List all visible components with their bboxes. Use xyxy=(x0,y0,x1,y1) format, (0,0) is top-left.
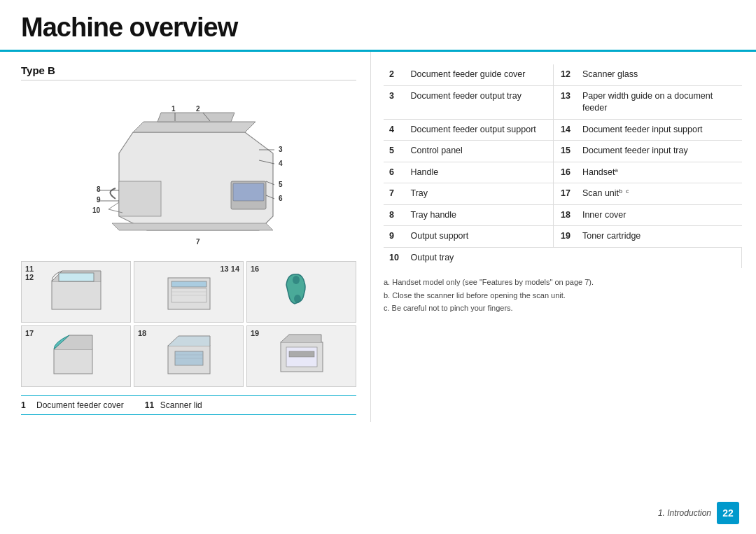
svg-text:9: 9 xyxy=(97,196,101,204)
table-row-1: 2 Document feeder guide cover 12 Scanner… xyxy=(384,64,742,85)
thumb-num-18: 18 xyxy=(138,329,146,337)
svg-rect-26 xyxy=(172,281,206,287)
machine-svg: 1 2 3 4 5 6 7 10 9 8 xyxy=(77,90,301,244)
page-footer: 1. Introduction 22 xyxy=(658,502,739,524)
caption-num-1: 1 xyxy=(21,400,31,410)
table-row-6: 7 Tray 17 Scan unitᵇ ᶜ xyxy=(384,183,742,205)
row-num1-5: 7 xyxy=(384,183,405,205)
svg-text:4: 4 xyxy=(279,160,283,167)
caption-item-11: 11 Scanner lid xyxy=(145,400,202,410)
svg-point-30 xyxy=(293,276,300,284)
row-num1-3: 5 xyxy=(384,141,405,162)
row-num2-0: 12 xyxy=(553,64,576,85)
row-num1-2: 4 xyxy=(384,119,405,141)
row-num1-4: 6 xyxy=(384,162,405,183)
table-row-8: 9 Output support 19 Toner cartridge xyxy=(384,226,742,248)
svg-rect-2 xyxy=(233,183,264,201)
svg-text:5: 5 xyxy=(279,181,283,188)
title-bar: Machine overview xyxy=(0,0,756,52)
row-label1-4: Handle xyxy=(405,162,554,183)
svg-rect-32 xyxy=(54,349,92,374)
thumb-num-11: 1112 xyxy=(25,265,34,281)
row-label1-0: Document feeder guide cover xyxy=(405,64,554,85)
row-label2-4: Handsetᵃ xyxy=(577,162,742,183)
row-num1-6: 8 xyxy=(384,204,405,226)
row-label1-1: Document feeder output tray xyxy=(405,85,554,119)
svg-text:6: 6 xyxy=(279,195,283,202)
caption-label-11: Scanner lid xyxy=(160,400,202,410)
svg-text:7: 7 xyxy=(196,238,200,244)
caption-num-11: 11 xyxy=(145,400,155,410)
row-label2-5: Scan unitᵇ ᶜ xyxy=(577,183,742,205)
svg-text:1: 1 xyxy=(172,105,176,113)
table-row-3: 4 Document feeder output support 14 Docu… xyxy=(384,119,742,141)
left-column: Type B xyxy=(0,52,371,422)
thumbnail-19: 19 xyxy=(246,325,356,387)
footer-intro-text: 1. Introduction xyxy=(658,508,711,518)
row-label1-3: Control panel xyxy=(405,141,554,162)
thumb-num-19: 19 xyxy=(251,329,259,337)
thumbnail-16: 16 xyxy=(246,261,356,323)
row-label2-6: Inner cover xyxy=(577,204,742,226)
thumbnail-grid: 1112 13 14 xyxy=(21,261,356,387)
row-label1-2: Document feeder output support xyxy=(405,119,554,141)
table-row-4: 5 Control panel 15 Document feeder input… xyxy=(384,141,742,162)
table-row-7: 8 Tray handle 18 Inner cover xyxy=(384,204,742,226)
caption-row: 1 Document feeder cover 11 Scanner lid xyxy=(21,395,356,415)
row-num2-6: 18 xyxy=(553,204,576,226)
svg-text:2: 2 xyxy=(196,105,200,113)
footnotes: a. Handset model only (see "Features by … xyxy=(384,276,742,315)
svg-rect-0 xyxy=(119,181,161,216)
thumbnail-17: 17 xyxy=(21,325,131,387)
page-container: Machine overview Type B xyxy=(0,0,756,534)
row-num1-7: 9 xyxy=(384,226,405,248)
content-area: Type B xyxy=(0,52,756,422)
row-num2-3: 15 xyxy=(553,141,576,162)
row-label2-7: Toner cartridge xyxy=(577,226,742,248)
footnote-b: b. Close the scanner lid before opening … xyxy=(384,290,742,302)
thumb-num-13: 13 14 xyxy=(220,265,239,273)
footer-page-number: 22 xyxy=(717,502,739,524)
table-row-2: 3 Document feeder output tray 13 Paper w… xyxy=(384,85,742,119)
caption-item-1: 1 Document feeder cover xyxy=(21,400,124,410)
row-num2-5: 17 xyxy=(553,183,576,205)
svg-rect-39 xyxy=(289,351,314,357)
row-num1-0: 2 xyxy=(384,64,405,85)
table-row-9: 10 Output tray xyxy=(384,247,742,268)
reference-table: 2 Document feeder guide cover 12 Scanner… xyxy=(384,64,742,268)
row-num2-1: 13 xyxy=(553,85,576,119)
row-label1-6: Tray handle xyxy=(405,204,554,226)
page-title: Machine overview xyxy=(21,13,237,42)
row-label2-2: Document feeder input support xyxy=(577,119,742,141)
row-label2-3: Document feeder input tray xyxy=(577,141,742,162)
row-num1-1: 3 xyxy=(384,85,405,119)
svg-text:3: 3 xyxy=(279,146,283,153)
svg-point-31 xyxy=(294,295,301,303)
svg-text:8: 8 xyxy=(97,185,101,193)
right-column: 2 Document feeder guide cover 12 Scanner… xyxy=(371,52,756,422)
footnote-c: c. Be careful not to pinch your fingers. xyxy=(384,302,742,315)
svg-rect-23 xyxy=(52,281,101,309)
row-num2-4: 16 xyxy=(553,162,576,183)
thumbnail-18: 18 xyxy=(134,325,244,387)
svg-text:10: 10 xyxy=(92,206,101,214)
row-label1-7: Output support xyxy=(405,226,554,248)
row-label2-1: Paper width guide on a document feeder xyxy=(577,85,742,119)
row-num2-2: 14 xyxy=(553,119,576,141)
table-row-5: 6 Handle 16 Handsetᵃ xyxy=(384,162,742,183)
thumb-num-17: 17 xyxy=(25,329,34,337)
row-label2-0: Scanner glass xyxy=(577,64,742,85)
row-label1-5: Tray xyxy=(405,183,554,205)
caption-label-1: Document feeder cover xyxy=(36,400,124,410)
footnote-a: a. Handset model only (see "Features by … xyxy=(384,276,742,289)
machine-diagram: 1 2 3 4 5 6 7 10 9 8 xyxy=(21,90,356,251)
row-num-8: 10 xyxy=(384,247,405,268)
row-label-8: Output tray xyxy=(405,247,742,268)
type-label: Type B xyxy=(21,64,356,80)
svg-rect-24 xyxy=(59,273,94,281)
svg-line-3 xyxy=(108,202,119,209)
thumbnail-13-14: 13 14 xyxy=(134,261,244,323)
thumb-num-16: 16 xyxy=(251,265,259,273)
row-num2-7: 19 xyxy=(553,226,576,248)
thumbnail-11-12: 1112 xyxy=(21,261,131,323)
